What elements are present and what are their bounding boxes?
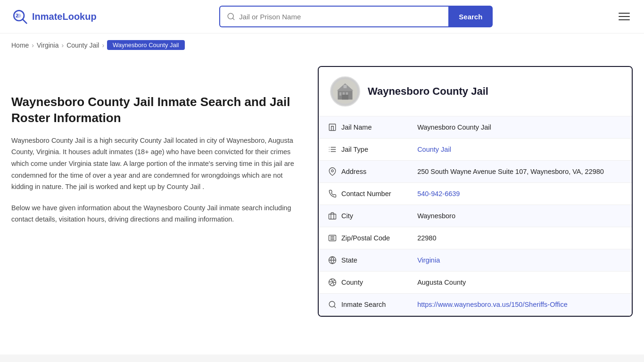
table-row: State Virginia [319, 249, 632, 272]
hamburger-line-2 [619, 16, 630, 17]
info-label-cell: Jail Name [319, 116, 408, 139]
menu-button[interactable] [616, 10, 633, 23]
main-content: Waynesboro County Jail Inmate Search and… [0, 57, 644, 336]
table-row: City Waynesboro [319, 205, 632, 227]
page-title: Waynesboro County Jail Inmate Search and… [11, 94, 304, 126]
building-icon [328, 123, 337, 132]
info-label-cell: City [319, 205, 408, 227]
county-icon [328, 278, 337, 287]
info-label: Inmate Search [341, 301, 386, 308]
info-label: Jail Name [341, 123, 372, 131]
info-label-cell: Address [319, 161, 408, 183]
info-value-cell[interactable]: https://www.waynesboro.va.us/150/Sheriff… [408, 294, 632, 316]
svg-rect-8 [339, 92, 341, 96]
search-button[interactable]: Search [448, 6, 493, 27]
svg-text:2: 2 [16, 13, 18, 18]
breadcrumb-state[interactable]: Virginia [37, 41, 58, 49]
info-label-cell: State [319, 249, 408, 272]
logo[interactable]: 2 InmateLookup [11, 8, 97, 25]
info-value-cell[interactable]: 540-942-6639 [408, 183, 632, 205]
logo-text: InmateLookup [32, 11, 97, 22]
table-row: Jail Name Waynesboro County Jail [319, 116, 632, 139]
breadcrumb-current: Waynesboro County Jail [107, 40, 184, 50]
jail-avatar [330, 76, 360, 107]
hamburger-line-1 [619, 13, 630, 14]
info-value-link[interactable]: Virginia [417, 256, 440, 264]
jail-building-icon [333, 79, 357, 104]
info-label: Jail Type [341, 146, 368, 153]
table-row: County Augusta County [319, 272, 632, 294]
table-row: Inmate Search https://www.waynesboro.va.… [319, 294, 632, 316]
breadcrumb-type[interactable]: County Jail [66, 41, 99, 49]
info-label: City [341, 212, 353, 220]
svg-rect-22 [329, 214, 336, 219]
info-label: State [341, 256, 357, 264]
table-row: Address 250 South Wayne Avenue Suite 107… [319, 161, 632, 183]
info-value: Augusta County [408, 272, 632, 294]
search-icon [328, 300, 337, 309]
right-column: Waynesboro County Jail Jail Name Waynesb… [318, 66, 633, 317]
info-label-cell: Inmate Search [319, 294, 408, 316]
info-label-cell: Jail Type [319, 139, 408, 161]
left-column: Waynesboro County Jail Inmate Search and… [11, 66, 304, 317]
info-value-link[interactable]: County Jail [417, 146, 451, 153]
search-input-wrap [219, 6, 448, 27]
hamburger-line-3 [619, 19, 630, 20]
description-2: Below we have given information about th… [11, 202, 304, 225]
info-label-cell: County [319, 272, 408, 294]
info-label: Zip/Postal Code [341, 234, 390, 242]
table-row: Jail Type County Jail [319, 139, 632, 161]
info-label: Address [341, 168, 366, 175]
info-value-cell[interactable]: Virginia [408, 249, 632, 272]
breadcrumb-sep-2: › [61, 41, 64, 49]
svg-line-1 [23, 19, 26, 23]
search-icon [227, 12, 235, 21]
breadcrumb-home[interactable]: Home [11, 41, 29, 49]
info-value: Waynesboro County Jail [408, 116, 632, 139]
description-1: Waynesboro County Jail is a high securit… [11, 135, 304, 193]
info-table: Jail Name Waynesboro County Jail Jail Ty… [319, 116, 632, 316]
jail-card-header: Waynesboro County Jail [319, 67, 632, 116]
breadcrumb-sep-1: › [32, 41, 34, 49]
table-row: Zip/Postal Code 22980 [319, 227, 632, 249]
svg-rect-14 [329, 124, 336, 131]
info-value: 250 South Wayne Avenue Suite 107, Waynes… [408, 161, 632, 183]
footer-bar [0, 354, 644, 362]
info-label-cell: Contact Number [319, 183, 408, 205]
globe-icon [328, 256, 337, 264]
zip-icon [328, 234, 337, 242]
info-value-link[interactable]: 540-942-6639 [417, 190, 460, 197]
location-icon [328, 167, 337, 176]
phone-icon [328, 189, 337, 198]
jail-card: Waynesboro County Jail Jail Name Waynesb… [318, 66, 633, 317]
info-value-cell[interactable]: County Jail [408, 139, 632, 161]
svg-line-5 [233, 18, 234, 19]
svg-line-28 [334, 306, 335, 307]
jail-card-title: Waynesboro County Jail [368, 85, 488, 98]
info-value: 22980 [408, 227, 632, 249]
svg-rect-13 [344, 85, 347, 88]
breadcrumb: Home › Virginia › County Jail › Waynesbo… [0, 33, 644, 57]
city-icon [328, 212, 337, 220]
list-icon [328, 145, 337, 154]
search-bar: Search [219, 6, 493, 27]
info-label: Contact Number [341, 190, 391, 197]
table-row: Contact Number 540-942-6639 [319, 183, 632, 205]
info-value: Waynesboro [408, 205, 632, 227]
svg-point-21 [331, 170, 334, 172]
info-value-link[interactable]: https://www.waynesboro.va.us/150/Sheriff… [417, 301, 568, 308]
logo-icon: 2 [11, 8, 28, 25]
info-label: County [341, 279, 363, 286]
search-input[interactable] [239, 13, 442, 21]
header: 2 InmateLookup Search [0, 0, 644, 33]
breadcrumb-sep-3: › [102, 41, 104, 49]
svg-rect-11 [342, 95, 348, 99]
info-label-cell: Zip/Postal Code [319, 227, 408, 249]
